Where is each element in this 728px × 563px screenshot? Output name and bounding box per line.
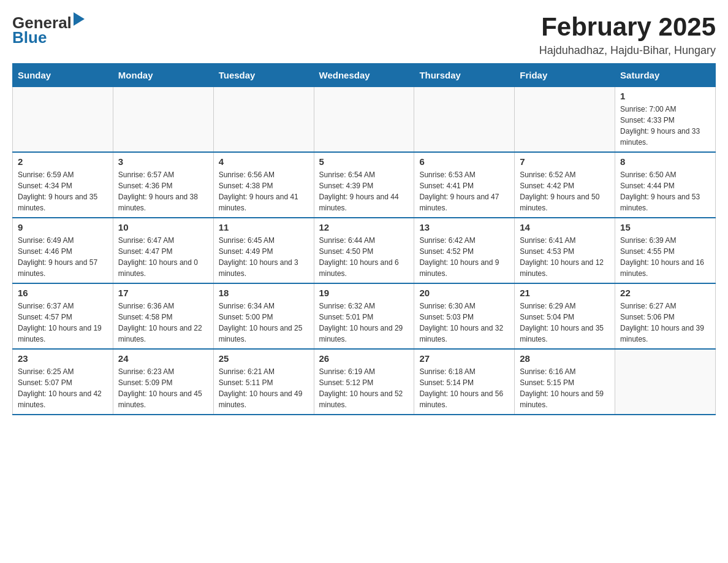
day-number: 11 [219, 222, 309, 232]
calendar-day-header: Tuesday [213, 64, 314, 87]
calendar-day-cell: 6Sunrise: 6:53 AMSunset: 4:41 PMDaylight… [414, 152, 515, 218]
day-number: 10 [118, 222, 208, 232]
day-info: Sunrise: 6:23 AMSunset: 5:09 PMDaylight:… [118, 366, 208, 410]
svg-marker-0 [74, 12, 85, 26]
calendar-day-header: Sunday [13, 64, 113, 87]
calendar-day-header: Wednesday [314, 64, 414, 87]
calendar-day-cell: 14Sunrise: 6:41 AMSunset: 4:53 PMDayligh… [515, 218, 615, 283]
day-info: Sunrise: 6:57 AMSunset: 4:36 PMDaylight:… [118, 169, 208, 213]
day-number: 28 [520, 353, 610, 364]
page-header: General Blue February 2025 Hajduhadhaz, … [12, 12, 716, 57]
day-number: 20 [419, 288, 509, 298]
day-info: Sunrise: 7:00 AMSunset: 4:33 PMDaylight:… [620, 104, 710, 148]
day-info: Sunrise: 6:34 AMSunset: 5:00 PMDaylight:… [219, 301, 309, 345]
day-number: 8 [620, 156, 710, 167]
calendar-day-header: Monday [113, 64, 213, 87]
day-info: Sunrise: 6:53 AMSunset: 4:41 PMDaylight:… [419, 169, 509, 213]
day-info: Sunrise: 6:49 AMSunset: 4:46 PMDaylight:… [18, 235, 108, 279]
logo: General Blue [12, 12, 85, 45]
day-info: Sunrise: 6:39 AMSunset: 4:55 PMDaylight:… [620, 235, 710, 279]
day-number: 19 [319, 288, 409, 298]
day-number: 15 [620, 222, 710, 232]
day-info: Sunrise: 6:37 AMSunset: 4:57 PMDaylight:… [18, 301, 108, 345]
location-title: Hajduhadhaz, Hajdu-Bihar, Hungary [539, 44, 716, 57]
calendar-header-row: SundayMondayTuesdayWednesdayThursdayFrid… [13, 64, 716, 87]
day-number: 23 [18, 353, 108, 364]
calendar-day-cell: 27Sunrise: 6:18 AMSunset: 5:14 PMDayligh… [414, 349, 515, 415]
day-info: Sunrise: 6:54 AMSunset: 4:39 PMDaylight:… [319, 169, 409, 213]
day-info: Sunrise: 6:59 AMSunset: 4:34 PMDaylight:… [18, 169, 108, 213]
day-number: 3 [118, 156, 208, 167]
calendar-day-cell: 26Sunrise: 6:19 AMSunset: 5:12 PMDayligh… [314, 349, 414, 415]
calendar-day-cell: 3Sunrise: 6:57 AMSunset: 4:36 PMDaylight… [113, 152, 213, 218]
day-number: 6 [419, 156, 509, 167]
calendar-body: 1Sunrise: 7:00 AMSunset: 4:33 PMDaylight… [13, 87, 716, 415]
calendar-day-cell: 5Sunrise: 6:54 AMSunset: 4:39 PMDaylight… [314, 152, 414, 218]
title-block: February 2025 Hajduhadhaz, Hajdu-Bihar, … [539, 12, 716, 57]
day-info: Sunrise: 6:42 AMSunset: 4:52 PMDaylight:… [419, 235, 509, 279]
calendar-week-row: 23Sunrise: 6:25 AMSunset: 5:07 PMDayligh… [13, 349, 716, 415]
calendar-day-cell: 15Sunrise: 6:39 AMSunset: 4:55 PMDayligh… [615, 218, 716, 283]
logo-arrow-icon [74, 12, 85, 26]
day-number: 22 [620, 288, 710, 298]
calendar-day-cell: 12Sunrise: 6:44 AMSunset: 4:50 PMDayligh… [314, 218, 414, 283]
day-number: 17 [118, 288, 208, 298]
logo-blue-text: Blue [12, 29, 47, 45]
day-info: Sunrise: 6:50 AMSunset: 4:44 PMDaylight:… [620, 169, 710, 213]
day-info: Sunrise: 6:21 AMSunset: 5:11 PMDaylight:… [219, 366, 309, 410]
calendar-day-cell: 1Sunrise: 7:00 AMSunset: 4:33 PMDaylight… [615, 87, 716, 153]
calendar-day-cell: 7Sunrise: 6:52 AMSunset: 4:42 PMDaylight… [515, 152, 615, 218]
calendar-week-row: 1Sunrise: 7:00 AMSunset: 4:33 PMDaylight… [13, 87, 716, 153]
day-number: 4 [219, 156, 309, 167]
calendar-week-row: 2Sunrise: 6:59 AMSunset: 4:34 PMDaylight… [13, 152, 716, 218]
calendar-day-cell [515, 87, 615, 153]
day-info: Sunrise: 6:41 AMSunset: 4:53 PMDaylight:… [520, 235, 610, 279]
day-number: 21 [520, 288, 610, 298]
calendar-day-cell: 17Sunrise: 6:36 AMSunset: 4:58 PMDayligh… [113, 283, 213, 349]
day-info: Sunrise: 6:44 AMSunset: 4:50 PMDaylight:… [319, 235, 409, 279]
calendar-day-cell: 18Sunrise: 6:34 AMSunset: 5:00 PMDayligh… [213, 283, 314, 349]
day-info: Sunrise: 6:16 AMSunset: 5:15 PMDaylight:… [520, 366, 610, 410]
day-number: 9 [18, 222, 108, 232]
day-info: Sunrise: 6:36 AMSunset: 4:58 PMDaylight:… [118, 301, 208, 345]
calendar-day-cell: 25Sunrise: 6:21 AMSunset: 5:11 PMDayligh… [213, 349, 314, 415]
calendar-day-cell: 8Sunrise: 6:50 AMSunset: 4:44 PMDaylight… [615, 152, 716, 218]
calendar-day-cell: 28Sunrise: 6:16 AMSunset: 5:15 PMDayligh… [515, 349, 615, 415]
day-info: Sunrise: 6:47 AMSunset: 4:47 PMDaylight:… [118, 235, 208, 279]
calendar-day-cell: 20Sunrise: 6:30 AMSunset: 5:03 PMDayligh… [414, 283, 515, 349]
calendar-day-cell: 24Sunrise: 6:23 AMSunset: 5:09 PMDayligh… [113, 349, 213, 415]
calendar-day-cell: 10Sunrise: 6:47 AMSunset: 4:47 PMDayligh… [113, 218, 213, 283]
calendar-day-cell: 2Sunrise: 6:59 AMSunset: 4:34 PMDaylight… [13, 152, 113, 218]
day-number: 27 [419, 353, 509, 364]
day-number: 2 [18, 156, 108, 167]
day-number: 16 [18, 288, 108, 298]
month-title: February 2025 [539, 12, 716, 42]
day-number: 13 [419, 222, 509, 232]
calendar-day-header: Saturday [615, 64, 716, 87]
calendar-header: SundayMondayTuesdayWednesdayThursdayFrid… [13, 64, 716, 87]
calendar-day-cell: 11Sunrise: 6:45 AMSunset: 4:49 PMDayligh… [213, 218, 314, 283]
day-number: 25 [219, 353, 309, 364]
calendar-day-header: Thursday [414, 64, 515, 87]
day-number: 5 [319, 156, 409, 167]
day-info: Sunrise: 6:27 AMSunset: 5:06 PMDaylight:… [620, 301, 710, 345]
calendar-week-row: 9Sunrise: 6:49 AMSunset: 4:46 PMDaylight… [13, 218, 716, 283]
day-info: Sunrise: 6:52 AMSunset: 4:42 PMDaylight:… [520, 169, 610, 213]
day-number: 24 [118, 353, 208, 364]
calendar-day-cell [213, 87, 314, 153]
day-number: 26 [319, 353, 409, 364]
calendar-day-cell: 21Sunrise: 6:29 AMSunset: 5:04 PMDayligh… [515, 283, 615, 349]
calendar-day-cell: 16Sunrise: 6:37 AMSunset: 4:57 PMDayligh… [13, 283, 113, 349]
calendar-day-cell: 23Sunrise: 6:25 AMSunset: 5:07 PMDayligh… [13, 349, 113, 415]
day-number: 14 [520, 222, 610, 232]
day-number: 7 [520, 156, 610, 167]
calendar-table: SundayMondayTuesdayWednesdayThursdayFrid… [12, 63, 716, 415]
day-info: Sunrise: 6:29 AMSunset: 5:04 PMDaylight:… [520, 301, 610, 345]
calendar-day-cell [314, 87, 414, 153]
calendar-day-cell: 22Sunrise: 6:27 AMSunset: 5:06 PMDayligh… [615, 283, 716, 349]
calendar-day-header: Friday [515, 64, 615, 87]
day-info: Sunrise: 6:18 AMSunset: 5:14 PMDaylight:… [419, 366, 509, 410]
calendar-day-cell [13, 87, 113, 153]
day-info: Sunrise: 6:45 AMSunset: 4:49 PMDaylight:… [219, 235, 309, 279]
day-info: Sunrise: 6:30 AMSunset: 5:03 PMDaylight:… [419, 301, 509, 345]
